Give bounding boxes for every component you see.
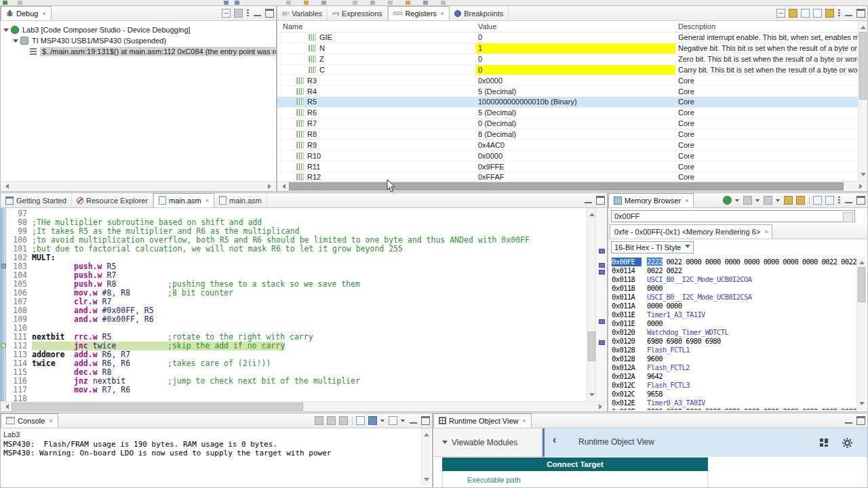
- refresh-dropdown-icon[interactable]: [735, 196, 740, 205]
- column-description[interactable]: Description: [675, 21, 867, 32]
- register-row[interactable]: N 1 Negative bit. This bit is set when t…: [277, 43, 867, 54]
- code-line[interactable]: 109 and.w #0x00FF, R6: [5, 315, 587, 324]
- refresh-icon[interactable]: [723, 196, 732, 205]
- display-console-dropdown-icon[interactable]: [380, 416, 385, 425]
- memory-row[interactable]: 0x011A 0000 0000: [608, 302, 856, 310]
- display-console-icon[interactable]: [368, 416, 377, 425]
- register-value[interactable]: 0: [478, 33, 482, 41]
- column-name[interactable]: Name: [277, 22, 475, 30]
- register-row[interactable]: R3 0x0000 Core: [277, 75, 867, 86]
- tab-getting-started[interactable]: Getting Started: [1, 193, 72, 207]
- memory-row[interactable]: 0x012C Flash_FCTL3: [608, 381, 856, 390]
- scroll-lock-icon[interactable]: [327, 416, 336, 425]
- memory-value[interactable]: Timer0_A3_TA0IV: [647, 399, 705, 407]
- code-area[interactable]: 97 98 ;THe multiplier subroutine based o…: [5, 208, 587, 401]
- maximize-icon[interactable]: [596, 196, 605, 205]
- memory-row[interactable]: 0x011E Timer1_A3_TA1IV: [608, 310, 856, 319]
- dashboard-icon[interactable]: [820, 439, 828, 447]
- connect-target-header[interactable]: Connect Target: [442, 458, 708, 471]
- memory-value[interactable]: 6980 6980 6980 6980: [647, 337, 721, 346]
- minimize-icon[interactable]: [253, 9, 262, 18]
- tab-registers[interactable]: 0101 Registers ×: [388, 6, 450, 20]
- memory-row[interactable]: 0x0118 USCI_B0__I2C_Mode_UCB0I2COA: [608, 275, 856, 284]
- register-row[interactable]: GIE 0 General interrupt enable. This bit…: [277, 33, 867, 43]
- tab-breakpoints[interactable]: Breakpoints: [450, 6, 509, 20]
- memory-value[interactable]: 2222 0022 0000 0000 0000 0000 0000 0000 …: [647, 258, 856, 266]
- memory-row[interactable]: 0x0128 9600: [608, 354, 856, 363]
- tab-runtime-object-view[interactable]: Runtime Object View ×: [433, 413, 532, 428]
- new-tab-icon[interactable]: [813, 196, 822, 205]
- memory-value[interactable]: 9600: [647, 354, 663, 363]
- register-row[interactable]: R6 5 (Decimal) Core: [277, 108, 867, 119]
- memory-value[interactable]: Flash_FCTL2: [647, 363, 690, 372]
- memory-value[interactable]: Watchdog_Timer_WDTCTL: [647, 328, 728, 337]
- register-value[interactable]: 0x9FFE: [478, 163, 505, 171]
- memory-row[interactable]: 0x00FE 2222 0022 0000 0000 0000 0000 000…: [608, 258, 856, 266]
- memory-row[interactable]: 0x011A USCI_B0__I2C_Mode_UCB0I2CSA: [608, 293, 856, 302]
- memory-row[interactable]: 0x012A Flash_FCTL2: [608, 363, 856, 372]
- memory-row[interactable]: 0x0128 Flash_FCTL1: [608, 346, 856, 354]
- tab-memory-browser[interactable]: Memory Browser ×: [608, 193, 694, 207]
- annotation-marker[interactable]: [599, 263, 605, 268]
- edit-register-group-icon[interactable]: [813, 9, 822, 18]
- register-value[interactable]: 0x4AC0: [478, 141, 505, 149]
- register-value[interactable]: 1000000000000010b (Binary): [478, 98, 577, 106]
- annotation-marker[interactable]: [599, 319, 605, 324]
- editor-vscrollbar[interactable]: [587, 208, 596, 401]
- register-value[interactable]: 0x0000: [478, 77, 502, 85]
- minimize-icon[interactable]: [844, 416, 853, 425]
- save-memory-icon[interactable]: [743, 196, 752, 205]
- memory-value[interactable]: USCI_B0__I2C_Mode_UCB0I2COA: [647, 275, 751, 284]
- debug-tree-row[interactable]: $../main.asm:19:131$() at main.asm:112 0…: [1, 46, 276, 57]
- collapse-all-icon[interactable]: [776, 9, 785, 18]
- collapse-all-icon[interactable]: [222, 9, 231, 18]
- memory-row[interactable]: 0x0114 0022 0022: [608, 266, 856, 275]
- registers-vscrollbar[interactable]: [858, 21, 867, 181]
- memory-dump[interactable]: 0x00FE 2222 0022 0000 0000 0000 0000 000…: [608, 258, 856, 410]
- split-view-icon[interactable]: [825, 196, 834, 205]
- go-to-address-icon[interactable]: [764, 196, 772, 205]
- register-row[interactable]: C 0 Carry bit. This bit is set when the …: [277, 65, 867, 76]
- view-menu-icon[interactable]: [837, 9, 841, 18]
- register-value[interactable]: 0x0000: [478, 152, 502, 160]
- import-registers-icon[interactable]: [789, 9, 797, 18]
- close-icon[interactable]: ×: [42, 10, 45, 17]
- register-value[interactable]: 1: [478, 44, 482, 52]
- register-value[interactable]: 0xFFAF: [478, 173, 505, 181]
- register-row[interactable]: R10 0x0000 Core: [277, 150, 867, 161]
- view-menu-icon[interactable]: [246, 9, 250, 18]
- minimize-icon[interactable]: [844, 196, 853, 205]
- annotation-marker[interactable]: [599, 249, 605, 253]
- tab-expressions[interactable]: x+y Expressions: [328, 6, 388, 20]
- tree-expand-icon[interactable]: [13, 39, 18, 45]
- debug-hscrollbar[interactable]: [1, 181, 276, 191]
- memory-row[interactable]: 0x012E Timer0_A3_TA0IV: [608, 399, 856, 407]
- register-value[interactable]: 0 (Decimal): [478, 119, 516, 127]
- memory-row[interactable]: 0x0120 Watchdog_Timer_WDTCTL: [608, 328, 856, 337]
- maximize-icon[interactable]: [421, 416, 430, 425]
- tab-variables[interactable]: (x)= Variables: [277, 6, 328, 20]
- format-select[interactable]: 16-Bit Hex - TI Style: [611, 241, 694, 253]
- new-register-group-icon[interactable]: [801, 9, 810, 18]
- memory-value[interactable]: USCI_B0__I2C_Mode_UCB0I2CSA: [647, 293, 751, 302]
- code-line[interactable]: 117 mov.w R7, R6: [5, 386, 587, 394]
- column-value[interactable]: Value: [475, 21, 675, 32]
- memory-value[interactable]: 0000: [647, 319, 663, 328]
- tree-expand-icon[interactable]: [3, 28, 9, 35]
- properties-icon[interactable]: [796, 196, 805, 205]
- go-button[interactable]: [843, 212, 853, 222]
- maximize-icon[interactable]: [265, 9, 274, 18]
- open-console-icon[interactable]: [389, 416, 397, 425]
- registers-hscrollbar[interactable]: [277, 181, 867, 191]
- configure-icon[interactable]: [784, 196, 793, 205]
- minimize-icon[interactable]: [844, 9, 853, 18]
- memory-value[interactable]: 0000 0000: [647, 302, 682, 310]
- tab-console[interactable]: Console ×: [1, 413, 58, 428]
- register-row[interactable]: R11 0x9FFE Core: [277, 161, 867, 172]
- tab-debug[interactable]: Debug ×: [1, 6, 52, 20]
- clear-console-icon[interactable]: [315, 416, 323, 425]
- memory-vscrollbar[interactable]: [856, 256, 866, 410]
- memory-value[interactable]: Flash_FCTL3: [647, 381, 690, 390]
- go-dropdown-icon[interactable]: [776, 196, 781, 205]
- back-icon[interactable]: ‹: [553, 434, 556, 446]
